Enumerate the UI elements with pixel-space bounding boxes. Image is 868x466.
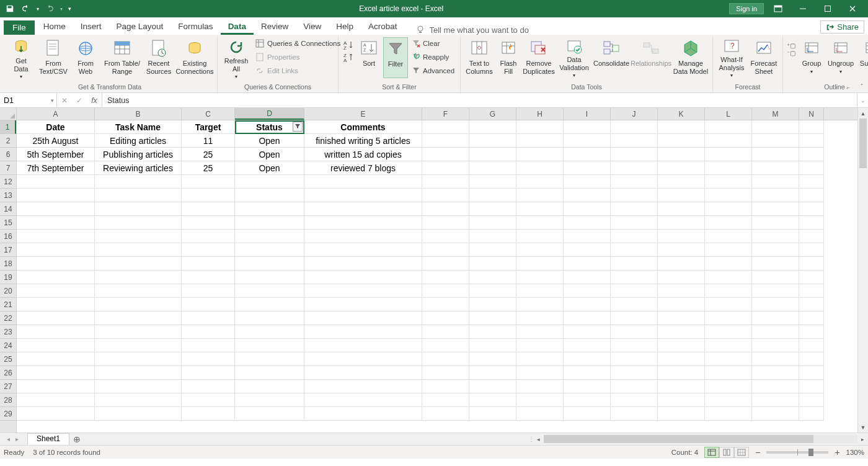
cell[interactable]: Open [235,134,304,148]
cell[interactable] [799,243,824,257]
cell[interactable] [304,311,422,325]
cell[interactable] [658,284,705,298]
cell[interactable] [235,352,304,366]
column-header[interactable]: I [564,108,611,120]
cell[interactable] [235,189,304,202]
cell[interactable] [469,189,516,202]
cell[interactable] [705,339,752,352]
cell[interactable] [182,243,235,257]
cell[interactable] [516,311,564,325]
column-header[interactable]: M [752,108,799,120]
cell[interactable] [95,230,182,243]
cell[interactable]: written 15 ad copies [304,148,422,161]
cell[interactable] [235,311,304,325]
cell[interactable] [182,175,235,189]
cell[interactable] [705,325,752,339]
cell[interactable] [235,393,304,407]
cell[interactable] [95,243,182,257]
column-header[interactable]: G [469,108,516,120]
consolidate-button[interactable]: Consolidate [593,37,629,78]
cell[interactable] [799,257,824,271]
cell[interactable] [304,202,422,216]
cell[interactable] [422,148,469,161]
cell[interactable] [564,189,611,202]
cell[interactable] [469,284,516,298]
sort-button[interactable]: AZSort [357,37,381,78]
cell[interactable] [564,230,611,243]
cell[interactable] [611,175,658,189]
cell[interactable] [422,243,469,257]
cell[interactable] [564,325,611,339]
cell[interactable] [658,175,705,189]
cell[interactable] [422,284,469,298]
cell[interactable] [182,216,235,230]
page-break-view-icon[interactable] [734,447,749,458]
existing-connections-button[interactable]: Existing Connections [176,37,213,78]
cell[interactable] [422,366,469,380]
cell[interactable] [17,352,95,366]
cell[interactable] [17,311,95,325]
tab-acrobat[interactable]: Acrobat [361,19,405,35]
cell[interactable]: 25 [182,148,235,161]
collapse-ribbon-icon[interactable]: ˆ [857,83,867,91]
cell[interactable] [705,380,752,393]
cell[interactable] [705,175,752,189]
row-header[interactable]: 7 [0,161,16,175]
cell[interactable] [469,325,516,339]
cell[interactable] [469,271,516,284]
cell[interactable] [658,189,705,202]
cell[interactable] [705,134,752,148]
redo-icon[interactable] [42,1,57,16]
cell[interactable] [752,120,799,134]
cell[interactable] [516,230,564,243]
cell[interactable] [304,339,422,352]
cell[interactable] [182,311,235,325]
cell[interactable] [516,325,564,339]
cell[interactable] [422,161,469,175]
text-to-columns-button[interactable]: Text to Columns [464,37,494,78]
save-icon[interactable] [2,1,17,16]
cell[interactable] [182,325,235,339]
cell[interactable] [182,230,235,243]
undo-dropdown-icon[interactable]: ▾ [35,1,41,16]
row-header[interactable]: 26 [0,366,16,380]
cell[interactable] [752,407,799,421]
share-button[interactable]: Share [820,20,864,34]
cell[interactable] [304,393,422,407]
cell[interactable] [799,230,824,243]
cell[interactable] [95,393,182,407]
cell[interactable] [752,175,799,189]
cell[interactable] [705,243,752,257]
cell[interactable] [304,189,422,202]
cell[interactable] [422,311,469,325]
cell[interactable] [469,202,516,216]
page-layout-view-icon[interactable] [719,447,734,458]
cell[interactable] [235,202,304,216]
cell[interactable] [658,216,705,230]
row-header[interactable]: 13 [0,189,16,202]
scroll-down-icon[interactable]: ▼ [858,422,868,432]
cell[interactable] [516,380,564,393]
row-header[interactable]: 19 [0,271,16,284]
cell[interactable] [235,243,304,257]
cell[interactable] [516,352,564,366]
cell[interactable] [799,175,824,189]
cell[interactable]: 25 [182,161,235,175]
maximize-icon[interactable] [817,0,838,17]
cell[interactable] [658,380,705,393]
cell[interactable] [611,216,658,230]
sign-in-button[interactable]: Sign in [729,3,764,14]
scroll-up-icon[interactable]: ▲ [858,108,868,119]
cell[interactable] [564,120,611,134]
normal-view-icon[interactable] [704,447,719,458]
zoom-in-button[interactable]: + [835,447,839,457]
cell[interactable] [705,120,752,134]
cell[interactable] [516,298,564,311]
cell[interactable]: reviewed 7 blogs [304,161,422,175]
cell[interactable] [469,216,516,230]
cell[interactable] [95,380,182,393]
cell[interactable] [799,161,824,175]
cell[interactable] [611,148,658,161]
cell[interactable] [235,407,304,421]
cell[interactable] [799,284,824,298]
